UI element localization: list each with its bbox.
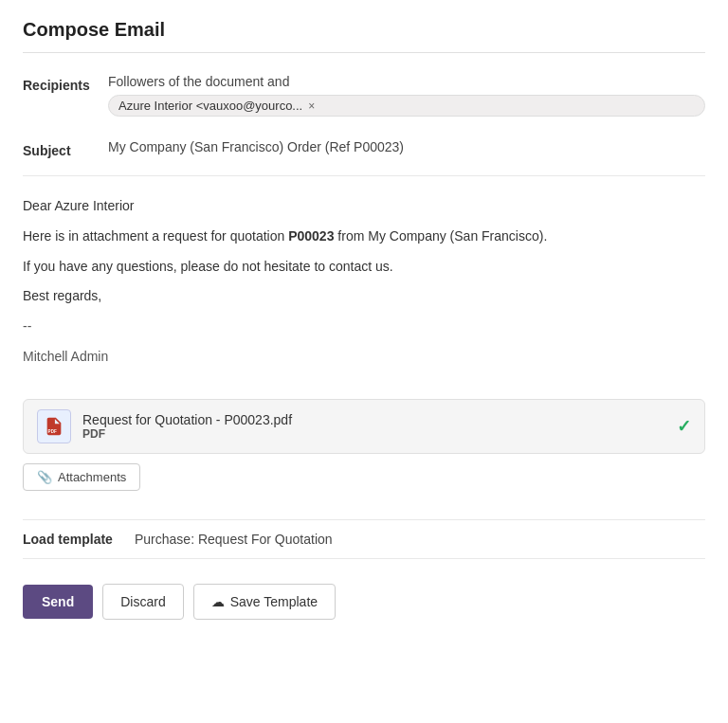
discard-button[interactable]: Discard <box>102 584 183 620</box>
attachments-button-label: Attachments <box>58 470 126 484</box>
email-body: Dear Azure Interior Here is in attachmen… <box>23 188 705 384</box>
email-greeting: Dear Azure Interior <box>23 195 705 218</box>
save-template-label: Save Template <box>230 594 318 609</box>
action-buttons: Send Discard ☁ Save Template <box>23 574 705 629</box>
email-line3: Best regards, <box>23 285 705 308</box>
divider <box>23 175 705 176</box>
recipients-row: Recipients Followers of the document and… <box>23 68 705 122</box>
recipients-area: Followers of the document and Azure Inte… <box>108 74 705 117</box>
recipients-followers-text: Followers of the document and <box>108 74 705 89</box>
page-title: Compose Email <box>23 19 705 53</box>
attachments-button[interactable]: 📎 Attachments <box>23 463 140 491</box>
subject-value: My Company (San Francisco) Order (Ref P0… <box>108 139 705 154</box>
paperclip-icon: 📎 <box>37 470 52 484</box>
attachment-info: Request for Quotation - P00023.pdf PDF <box>82 412 665 441</box>
email-signer: Mitchell Admin <box>23 346 705 369</box>
attachment-item: PDF Request for Quotation - P00023.pdf P… <box>23 399 705 454</box>
load-template-label: Load template <box>23 532 127 547</box>
email-line1-bold: P00023 <box>288 228 334 244</box>
attachment-check-icon: ✓ <box>677 416 691 437</box>
email-line1-post: from My Company (San Francisco). <box>334 228 547 244</box>
save-template-icon: ☁ <box>211 594 225 609</box>
load-template-row: Load template Purchase: Request For Quot… <box>23 519 705 559</box>
svg-text:PDF: PDF <box>48 429 57 434</box>
email-line1-pre: Here is in attachment a request for quot… <box>23 228 288 244</box>
attachment-filetype: PDF <box>82 427 665 441</box>
recipient-remove-btn[interactable]: × <box>308 100 315 112</box>
email-line2: If you have any questions, please do not… <box>23 256 705 279</box>
email-separator: -- <box>23 316 705 338</box>
attachment-section: PDF Request for Quotation - P00023.pdf P… <box>23 399 705 504</box>
recipient-tag[interactable]: Azure Interior <vauxoo@yourco... × <box>108 95 705 117</box>
email-signature: -- Mitchell Admin <box>23 316 705 369</box>
email-line1: Here is in attachment a request for quot… <box>23 226 705 248</box>
recipients-value: Followers of the document and Azure Inte… <box>108 74 705 117</box>
recipients-label: Recipients <box>23 74 108 93</box>
recipient-tag-text: Azure Interior <vauxoo@yourco... <box>118 99 302 113</box>
compose-email-panel: Compose Email Recipients Followers of th… <box>0 0 728 648</box>
save-template-button[interactable]: ☁ Save Template <box>193 584 336 620</box>
load-template-value[interactable]: Purchase: Request For Quotation <box>135 532 333 547</box>
subject-row: Subject My Company (San Francisco) Order… <box>23 134 705 164</box>
pdf-icon: PDF <box>37 409 71 443</box>
subject-label: Subject <box>23 139 108 158</box>
send-button[interactable]: Send <box>23 585 93 619</box>
attachment-filename: Request for Quotation - P00023.pdf <box>82 412 665 427</box>
